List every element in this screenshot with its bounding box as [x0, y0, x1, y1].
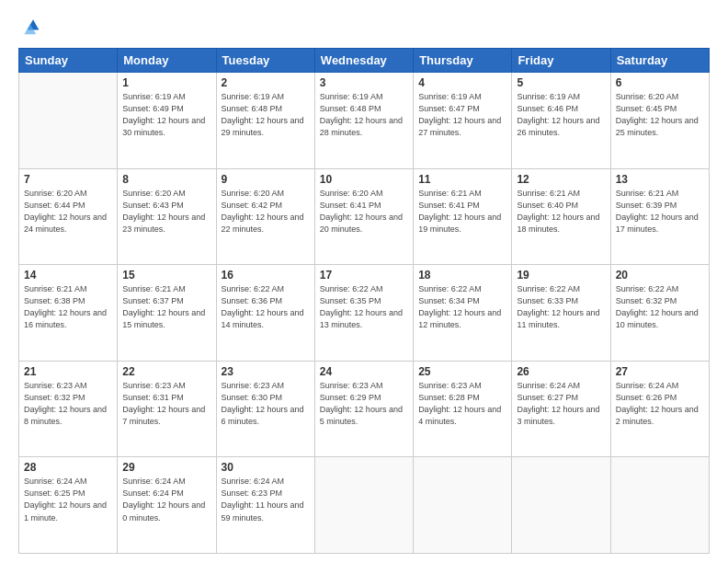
- day-number: 28: [24, 461, 112, 474]
- day-info: Sunrise: 6:24 AMSunset: 6:25 PMDaylight:…: [24, 476, 112, 523]
- day-number: 21: [24, 365, 112, 378]
- calendar-cell: 30Sunrise: 6:24 AMSunset: 6:23 PMDayligh…: [216, 457, 314, 554]
- calendar-cell: 1Sunrise: 6:19 AMSunset: 6:49 PMDaylight…: [118, 73, 216, 169]
- calendar-cell: 18Sunrise: 6:22 AMSunset: 6:34 PMDayligh…: [414, 265, 512, 362]
- calendar-cell: 20Sunrise: 6:22 AMSunset: 6:32 PMDayligh…: [610, 265, 709, 362]
- day-info: Sunrise: 6:21 AMSunset: 6:37 PMDaylight:…: [122, 283, 210, 331]
- day-number: 3: [320, 76, 408, 89]
- calendar-cell: 23Sunrise: 6:23 AMSunset: 6:30 PMDayligh…: [216, 361, 314, 457]
- calendar-cell: 7Sunrise: 6:20 AMSunset: 6:44 PMDaylight…: [19, 168, 118, 265]
- day-info: Sunrise: 6:19 AMSunset: 6:48 PMDaylight:…: [222, 91, 310, 139]
- day-number: 25: [418, 365, 506, 378]
- day-info: Sunrise: 6:20 AMSunset: 6:44 PMDaylight:…: [24, 188, 112, 236]
- calendar-cell: 21Sunrise: 6:23 AMSunset: 6:32 PMDayligh…: [19, 361, 118, 457]
- weekday-header-friday: Friday: [512, 49, 610, 73]
- page: SundayMondayTuesdayWednesdayThursdayFrid…: [0, 0, 728, 563]
- day-info: Sunrise: 6:21 AMSunset: 6:38 PMDaylight:…: [24, 283, 112, 331]
- day-number: 11: [418, 173, 506, 186]
- day-number: 13: [616, 173, 704, 186]
- day-number: 27: [616, 365, 704, 378]
- weekday-header-tuesday: Tuesday: [216, 49, 314, 73]
- calendar-week-row: 1Sunrise: 6:19 AMSunset: 6:49 PMDaylight…: [19, 73, 710, 169]
- day-info: Sunrise: 6:20 AMSunset: 6:45 PMDaylight:…: [616, 91, 704, 139]
- day-info: Sunrise: 6:23 AMSunset: 6:30 PMDaylight:…: [222, 380, 310, 428]
- calendar-cell: 24Sunrise: 6:23 AMSunset: 6:29 PMDayligh…: [314, 361, 413, 457]
- calendar-cell: 19Sunrise: 6:22 AMSunset: 6:33 PMDayligh…: [512, 265, 610, 362]
- day-number: 8: [122, 173, 210, 186]
- day-info: Sunrise: 6:22 AMSunset: 6:34 PMDaylight:…: [418, 283, 506, 331]
- day-info: Sunrise: 6:23 AMSunset: 6:32 PMDaylight:…: [24, 380, 112, 428]
- day-number: 9: [222, 173, 310, 186]
- day-info: Sunrise: 6:21 AMSunset: 6:39 PMDaylight:…: [616, 188, 704, 236]
- calendar-cell: 10Sunrise: 6:20 AMSunset: 6:41 PMDayligh…: [314, 168, 413, 265]
- calendar-table: SundayMondayTuesdayWednesdayThursdayFrid…: [18, 48, 710, 554]
- calendar-cell: [19, 73, 118, 169]
- weekday-header-saturday: Saturday: [610, 49, 709, 73]
- calendar-cell: 4Sunrise: 6:19 AMSunset: 6:47 PMDaylight…: [414, 73, 512, 169]
- calendar-week-row: 7Sunrise: 6:20 AMSunset: 6:44 PMDaylight…: [19, 168, 710, 265]
- day-number: 12: [517, 173, 605, 186]
- day-info: Sunrise: 6:22 AMSunset: 6:36 PMDaylight:…: [222, 283, 310, 331]
- day-number: 26: [517, 365, 605, 378]
- day-number: 17: [320, 269, 408, 282]
- day-number: 24: [320, 365, 408, 378]
- day-number: 1: [122, 76, 210, 89]
- day-info: Sunrise: 6:24 AMSunset: 6:24 PMDaylight:…: [122, 476, 210, 523]
- day-info: Sunrise: 6:19 AMSunset: 6:47 PMDaylight:…: [418, 91, 506, 139]
- day-info: Sunrise: 6:19 AMSunset: 6:46 PMDaylight:…: [517, 91, 605, 139]
- calendar-cell: 14Sunrise: 6:21 AMSunset: 6:38 PMDayligh…: [19, 265, 118, 362]
- day-number: 18: [418, 269, 506, 282]
- day-info: Sunrise: 6:19 AMSunset: 6:49 PMDaylight:…: [122, 91, 210, 139]
- day-number: 4: [418, 76, 506, 89]
- day-number: 20: [616, 269, 704, 282]
- calendar-cell: 25Sunrise: 6:23 AMSunset: 6:28 PMDayligh…: [414, 361, 512, 457]
- calendar-cell: 16Sunrise: 6:22 AMSunset: 6:36 PMDayligh…: [216, 265, 314, 362]
- day-info: Sunrise: 6:19 AMSunset: 6:48 PMDaylight:…: [320, 91, 408, 139]
- calendar-cell: 22Sunrise: 6:23 AMSunset: 6:31 PMDayligh…: [118, 361, 216, 457]
- logo: [18, 17, 44, 39]
- day-info: Sunrise: 6:21 AMSunset: 6:40 PMDaylight:…: [517, 188, 605, 236]
- calendar-cell: 6Sunrise: 6:20 AMSunset: 6:45 PMDaylight…: [610, 73, 709, 169]
- calendar-cell: 26Sunrise: 6:24 AMSunset: 6:27 PMDayligh…: [512, 361, 610, 457]
- day-number: 22: [122, 365, 210, 378]
- day-info: Sunrise: 6:20 AMSunset: 6:42 PMDaylight:…: [222, 188, 310, 236]
- weekday-header-sunday: Sunday: [19, 49, 118, 73]
- day-number: 16: [222, 269, 310, 282]
- calendar-cell: 12Sunrise: 6:21 AMSunset: 6:40 PMDayligh…: [512, 168, 610, 265]
- day-info: Sunrise: 6:20 AMSunset: 6:43 PMDaylight:…: [122, 188, 210, 236]
- day-number: 30: [222, 461, 310, 474]
- day-info: Sunrise: 6:20 AMSunset: 6:41 PMDaylight:…: [320, 188, 408, 236]
- day-info: Sunrise: 6:21 AMSunset: 6:41 PMDaylight:…: [418, 188, 506, 236]
- calendar-cell: 28Sunrise: 6:24 AMSunset: 6:25 PMDayligh…: [19, 457, 118, 554]
- weekday-header-row: SundayMondayTuesdayWednesdayThursdayFrid…: [19, 49, 710, 73]
- logo-icon: [18, 17, 40, 39]
- day-number: 19: [517, 269, 605, 282]
- calendar-cell: 27Sunrise: 6:24 AMSunset: 6:26 PMDayligh…: [610, 361, 709, 457]
- calendar-week-row: 21Sunrise: 6:23 AMSunset: 6:32 PMDayligh…: [19, 361, 710, 457]
- day-info: Sunrise: 6:24 AMSunset: 6:23 PMDaylight:…: [222, 476, 310, 523]
- day-number: 29: [122, 461, 210, 474]
- calendar-week-row: 14Sunrise: 6:21 AMSunset: 6:38 PMDayligh…: [19, 265, 710, 362]
- day-info: Sunrise: 6:24 AMSunset: 6:26 PMDaylight:…: [616, 380, 704, 428]
- calendar-cell: 5Sunrise: 6:19 AMSunset: 6:46 PMDaylight…: [512, 73, 610, 169]
- calendar-week-row: 28Sunrise: 6:24 AMSunset: 6:25 PMDayligh…: [19, 457, 710, 554]
- calendar-cell: 11Sunrise: 6:21 AMSunset: 6:41 PMDayligh…: [414, 168, 512, 265]
- day-info: Sunrise: 6:23 AMSunset: 6:28 PMDaylight:…: [418, 380, 506, 428]
- calendar-cell: [512, 457, 610, 554]
- day-info: Sunrise: 6:22 AMSunset: 6:32 PMDaylight:…: [616, 283, 704, 331]
- calendar-cell: [414, 457, 512, 554]
- calendar-cell: 13Sunrise: 6:21 AMSunset: 6:39 PMDayligh…: [610, 168, 709, 265]
- header: [18, 17, 710, 39]
- day-number: 6: [616, 76, 704, 89]
- day-number: 14: [24, 269, 112, 282]
- day-number: 2: [222, 76, 310, 89]
- calendar-cell: [610, 457, 709, 554]
- day-info: Sunrise: 6:23 AMSunset: 6:31 PMDaylight:…: [122, 380, 210, 428]
- calendar-cell: 3Sunrise: 6:19 AMSunset: 6:48 PMDaylight…: [314, 73, 413, 169]
- day-number: 10: [320, 173, 408, 186]
- calendar-cell: 15Sunrise: 6:21 AMSunset: 6:37 PMDayligh…: [118, 265, 216, 362]
- weekday-header-thursday: Thursday: [414, 49, 512, 73]
- calendar-cell: 9Sunrise: 6:20 AMSunset: 6:42 PMDaylight…: [216, 168, 314, 265]
- day-info: Sunrise: 6:24 AMSunset: 6:27 PMDaylight:…: [517, 380, 605, 428]
- calendar-cell: 29Sunrise: 6:24 AMSunset: 6:24 PMDayligh…: [118, 457, 216, 554]
